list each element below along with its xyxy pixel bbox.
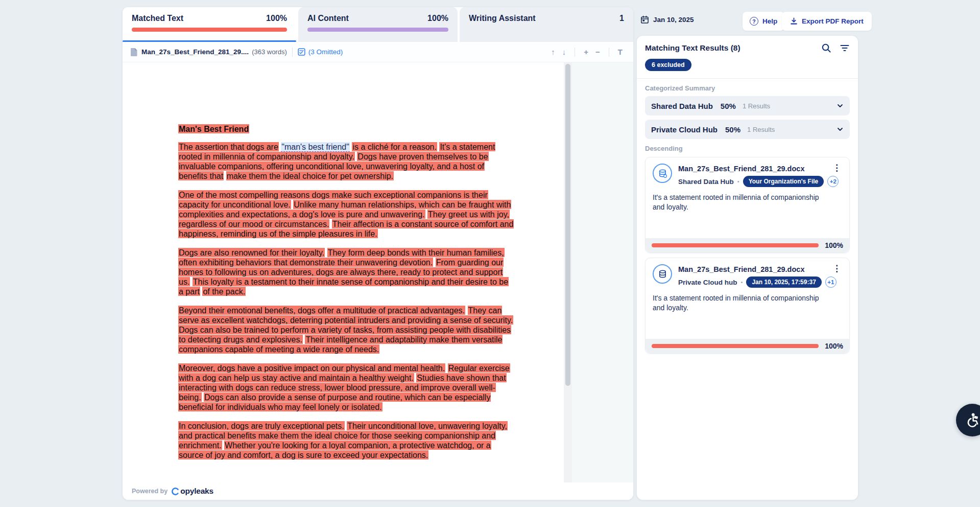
- matched-text-segment[interactable]: is a cliché for a reason.: [352, 142, 437, 151]
- category-count: 1 Results: [743, 102, 770, 110]
- result-score-percent: 100%: [825, 241, 843, 249]
- results-title: Matching Text Results (8): [645, 43, 740, 53]
- help-button-label: Help: [762, 17, 777, 25]
- document-scrollbar[interactable]: [564, 62, 572, 482]
- matched-text-segment[interactable]: Whether you're looking for a loyal compa…: [178, 441, 491, 459]
- export-pdf-label: Export PDF Report: [802, 17, 864, 25]
- zoom-in-button[interactable]: +: [580, 48, 592, 56]
- more-tags-badge[interactable]: +1: [825, 276, 836, 288]
- document-title: Man's Best Friend: [178, 124, 514, 133]
- paragraph: Dogs are also renowned for their loyalty…: [178, 247, 514, 296]
- document-paragraphs: The assertion that dogs are "man's best …: [178, 142, 514, 459]
- result-tag: Your Organization's File: [743, 176, 824, 187]
- accessibility-button[interactable]: [956, 404, 980, 436]
- controls-divider: [575, 48, 575, 57]
- filter-icon[interactable]: [840, 43, 850, 53]
- result-source: Private Cloud hub: [678, 279, 737, 286]
- matched-text-segment[interactable]: Beyond their emotional benefits, dogs of…: [178, 306, 465, 315]
- copyleaks-logo[interactable]: opyleaks: [171, 487, 213, 496]
- word-count: (363 words): [252, 48, 287, 56]
- excluded-badge[interactable]: 6 excluded: [645, 59, 691, 71]
- scrollbar-thumb[interactable]: [565, 64, 570, 386]
- paragraph: The assertion that dogs are "man's best …: [178, 142, 514, 180]
- document-viewer: Man's Best Friend The assertion that dog…: [123, 62, 633, 482]
- category-shared-data-hub[interactable]: Shared Data Hub 50% 1 Results: [645, 96, 850, 116]
- file-icon: [131, 48, 137, 56]
- omitted-link[interactable]: (3 Omitted): [308, 48, 343, 56]
- result-score-percent: 100%: [825, 342, 843, 350]
- quoted-excluded-text[interactable]: "man's best friend": [281, 142, 350, 152]
- prev-match-button[interactable]: ↑: [547, 48, 559, 56]
- category-name: Shared Data Hub: [651, 102, 713, 110]
- paragraph: In conclusion, dogs are truly exceptiona…: [178, 421, 514, 459]
- document-page: Man's Best Friend The assertion that dog…: [123, 62, 564, 482]
- category-name: Private Cloud Hub: [651, 125, 718, 134]
- matched-title-text[interactable]: Man's Best Friend: [178, 124, 249, 133]
- paragraph: Beyond their emotional benefits, dogs of…: [178, 305, 514, 354]
- matched-text-segment[interactable]: The assertion that dogs are: [178, 142, 279, 151]
- matched-text-segment[interactable]: of the pack.: [202, 287, 246, 296]
- private-database-icon: [653, 264, 672, 284]
- tab-ai-content-label: AI Content: [307, 14, 349, 23]
- result-card[interactable]: Man_27s_Best_Friend_281_29.docx Shared D…: [645, 157, 850, 253]
- kebab-menu-icon[interactable]: ⋮: [831, 164, 842, 173]
- tab-matched-text-score: 100%: [266, 14, 287, 23]
- toolbar-divider: [292, 48, 293, 57]
- powered-by-label: Powered by: [132, 488, 168, 495]
- tab-writing-assistant-label: Writing Assistant: [469, 14, 536, 23]
- tab-writing-assistant[interactable]: Writing Assistant 1: [460, 7, 633, 42]
- categorized-summary-label: Categorized Summary: [645, 84, 850, 92]
- tab-matched-text-label: Matched Text: [132, 14, 183, 23]
- tab-ai-content-score: 100%: [427, 14, 448, 23]
- result-source: Shared Data Hub: [678, 178, 734, 186]
- result-filename: Man_27s_Best_Friend_281_29.docx: [678, 165, 825, 173]
- search-icon[interactable]: [821, 43, 831, 53]
- result-score-bar: [652, 243, 819, 247]
- results-divider: [637, 78, 858, 79]
- help-button[interactable]: ? Help: [743, 12, 784, 31]
- matched-text-segment[interactable]: Dogs are also renowned for their loyalty…: [178, 248, 325, 257]
- matched-text-meter: [132, 28, 287, 32]
- copyleaks-logo-text: opyleaks: [180, 487, 213, 496]
- result-filename: Man_27s_Best_Friend_281_29.docx: [678, 265, 825, 273]
- document-filename: Man_27s_Best_Friend_281_29....: [141, 48, 249, 56]
- shared-database-icon: [653, 164, 672, 183]
- accessibility-icon: [964, 412, 980, 428]
- sort-order-label: Descending: [645, 145, 850, 152]
- document-toolbar: Man_27s_Best_Friend_281_29.... (363 word…: [123, 42, 633, 62]
- more-tags-badge[interactable]: +2: [827, 176, 839, 187]
- paragraph: Moreover, dogs have a positive impact on…: [178, 363, 514, 411]
- result-score-bar: [652, 344, 819, 348]
- text-view-button[interactable]: T: [614, 48, 626, 56]
- omitted-icon: [298, 48, 305, 56]
- zoom-out-button[interactable]: −: [592, 48, 604, 56]
- paragraph: One of the most compelling reasons dogs …: [178, 190, 514, 238]
- result-score-footer: 100%: [646, 339, 849, 353]
- export-pdf-button[interactable]: Export PDF Report: [782, 12, 872, 31]
- document-content: Man's Best Friend The assertion that dog…: [178, 124, 514, 469]
- category-percent: 50%: [721, 102, 736, 110]
- document-panel: Matched Text 100% AI Content 100% Writin…: [123, 7, 633, 500]
- powered-by-footer: Powered by opyleaks: [123, 482, 633, 500]
- kebab-menu-icon[interactable]: ⋮: [831, 264, 842, 274]
- matched-text-segment[interactable]: In conclusion, dogs are truly exceptiona…: [178, 421, 345, 430]
- chevron-down-icon[interactable]: [836, 126, 844, 133]
- controls-divider-2: [609, 48, 609, 57]
- tab-ai-content[interactable]: AI Content 100%: [298, 7, 458, 42]
- matched-text-segment[interactable]: Dogs can also provide a sense of purpose…: [178, 393, 491, 411]
- tab-writing-assistant-count: 1: [619, 14, 624, 23]
- tab-matched-text[interactable]: Matched Text 100%: [123, 7, 296, 42]
- result-snippet: It's a statement rooted in millennia of …: [653, 193, 829, 212]
- dot-separator: •: [741, 279, 743, 285]
- calendar-icon: [640, 15, 649, 24]
- report-date[interactable]: Jan 10, 2025: [640, 15, 694, 24]
- category-count: 1 Results: [747, 126, 775, 133]
- result-card[interactable]: Man_27s_Best_Friend_281_29.docx Private …: [645, 258, 850, 354]
- chevron-down-icon[interactable]: [836, 102, 844, 109]
- matched-text-segment[interactable]: make them the ideal choice for pet owner…: [226, 171, 394, 180]
- matched-text-segment[interactable]: Moreover, dogs have a positive impact on…: [178, 363, 445, 373]
- category-private-cloud-hub[interactable]: Private Cloud Hub 50% 1 Results: [645, 120, 850, 139]
- dot-separator: •: [737, 178, 739, 185]
- results-panel: Matching Text Results (8) 6 excluded Cat…: [637, 36, 858, 500]
- next-match-button[interactable]: ↓: [559, 48, 570, 56]
